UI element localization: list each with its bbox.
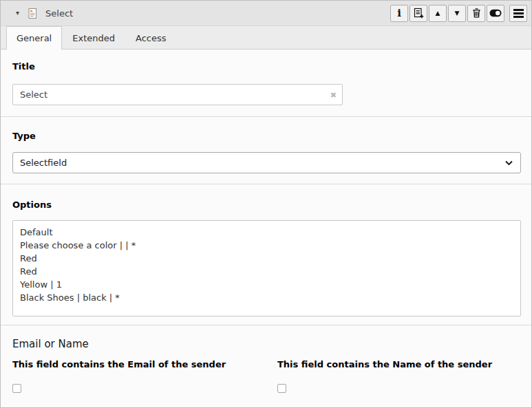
- type-label: Type: [12, 131, 520, 141]
- name-checkbox[interactable]: [277, 384, 286, 393]
- move-down-button[interactable]: ▼: [448, 5, 466, 22]
- tab-general[interactable]: General: [6, 26, 62, 50]
- arrow-up-icon: ▲: [436, 10, 440, 17]
- document-plus-icon: [413, 8, 425, 19]
- element-header: ▾ Select i: [1, 1, 531, 26]
- menu-button[interactable]: [509, 5, 527, 22]
- tab-extended[interactable]: Extended: [62, 26, 125, 49]
- element-title: Select: [45, 8, 73, 19]
- arrow-down-icon: ▼: [455, 10, 460, 17]
- tab-bar: General Extended Access: [1, 26, 531, 50]
- element-toolbar: i ▲ ▼: [390, 5, 527, 22]
- collapse-caret-icon[interactable]: ▾: [16, 10, 19, 17]
- toggle-button[interactable]: [487, 5, 504, 22]
- new-element-button[interactable]: [409, 5, 427, 22]
- form-element-icon: [27, 8, 38, 19]
- title-input-wrap: ✖: [12, 84, 343, 105]
- move-up-button[interactable]: ▲: [429, 5, 447, 22]
- title-input[interactable]: [12, 84, 343, 105]
- clear-input-icon[interactable]: ✖: [330, 91, 337, 98]
- info-icon: i: [397, 7, 401, 19]
- toggle-on-icon: [489, 9, 502, 17]
- email-column: This field contains the Email of the sen…: [12, 359, 277, 393]
- delete-button[interactable]: [467, 5, 485, 22]
- email-checkbox-label: This field contains the Email of the sen…: [12, 359, 277, 369]
- name-column: This field contains the Name of the send…: [277, 359, 520, 393]
- section-email-or-name: Email or Name This field contains the Em…: [1, 325, 531, 407]
- email-or-name-heading: Email or Name: [12, 338, 520, 350]
- title-label: Title: [12, 61, 520, 72]
- options-label: Options: [12, 200, 520, 210]
- tab-access[interactable]: Access: [125, 26, 177, 49]
- hamburger-icon: [513, 9, 524, 18]
- info-button[interactable]: i: [390, 5, 408, 22]
- trash-icon: [471, 8, 482, 19]
- section-type: Type Selectfield: [1, 117, 531, 184]
- section-options: Options Default Please choose a color | …: [1, 184, 531, 325]
- options-textarea[interactable]: Default Please choose a color | | * Red …: [12, 220, 521, 316]
- form-element-editor-panel: ▾ Select i: [0, 0, 532, 408]
- tab-content-general: Title ✖ Type Selectfield Optio: [1, 50, 531, 407]
- type-select-wrap: Selectfield: [12, 152, 521, 173]
- type-select[interactable]: Selectfield: [12, 152, 521, 173]
- section-title: Title ✖: [1, 50, 531, 117]
- checkbox-columns: This field contains the Email of the sen…: [12, 359, 520, 393]
- name-checkbox-label: This field contains the Name of the send…: [277, 359, 520, 369]
- email-checkbox[interactable]: [12, 384, 21, 393]
